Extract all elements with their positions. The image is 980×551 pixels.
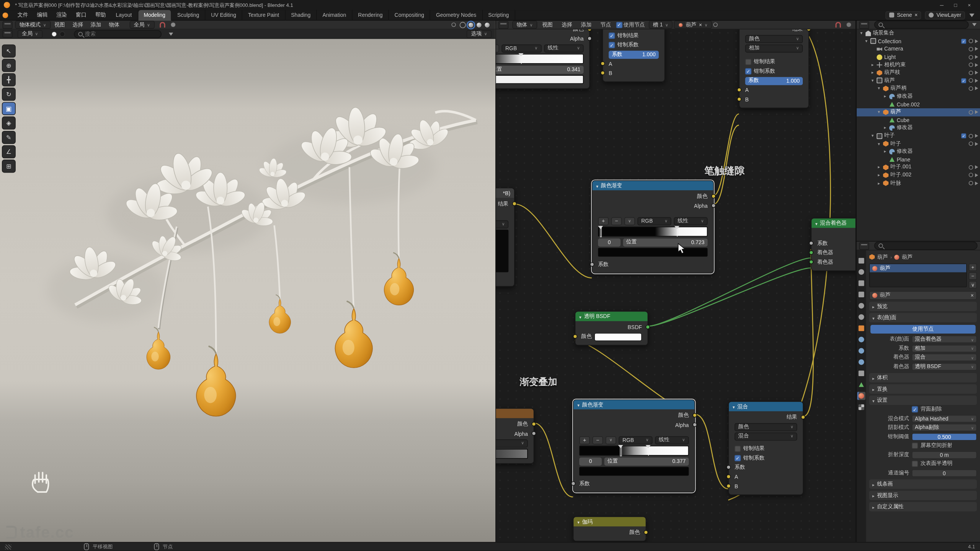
outliner-search-box[interactable]	[874, 21, 969, 29]
color-ramp-gradient[interactable]	[579, 446, 689, 456]
scene-unlink-icon[interactable]: ×	[915, 12, 918, 18]
mode-dropdown[interactable]: 物体模式	[15, 21, 51, 29]
ssr-checkbox[interactable]	[912, 443, 918, 449]
shader-1-field[interactable]: 混合	[912, 354, 977, 362]
node-partial-bottom-left[interactable]: 颜色 Alpha	[496, 408, 534, 464]
tool-search-input[interactable]	[85, 31, 157, 37]
outliner-row-cube[interactable]: Cube	[857, 116, 980, 124]
material-datablock[interactable]: 葫芦 ×	[869, 291, 977, 300]
workspace-tab-geometry-nodes[interactable]: Geometry Nodes	[430, 10, 482, 20]
tab-particles[interactable]	[857, 347, 865, 355]
tab-world[interactable]	[857, 313, 865, 321]
minimize-button[interactable]: ─	[935, 0, 949, 10]
node-mix-top[interactable]: 颜色 钳制结果 钳制系数 系数1.000 A B	[603, 21, 665, 82]
select-box-tool[interactable]: ↖	[2, 44, 16, 57]
viewport-render-gourd-painting[interactable]	[0, 39, 495, 542]
collapse-icon[interactable]	[579, 313, 581, 320]
hide-eye-icon[interactable]	[969, 142, 973, 146]
add-cube-tool[interactable]: ⊞	[2, 160, 16, 173]
menu-edit[interactable]: 编辑	[33, 10, 52, 20]
mix-blend-mode-dropdown[interactable]: 混合	[735, 432, 797, 440]
input-socket-fac[interactable]	[809, 241, 813, 245]
output-socket-alpha[interactable]	[693, 422, 697, 427]
hide-eye-icon[interactable]	[969, 110, 973, 114]
outliner-row-camera[interactable]: Camera	[857, 45, 980, 53]
ramp-stop-handle[interactable]	[601, 227, 601, 236]
ramp-stop-index-field[interactable]: 0	[579, 457, 602, 465]
blend-mode-dropdown[interactable]: Alpha Hashed	[912, 415, 977, 422]
outliner-row-gourd-stem[interactable]: ▾葫芦柄	[857, 85, 980, 93]
outliner-row-scene-collection[interactable]: ▾场景集合	[857, 29, 980, 37]
sss-checkbox[interactable]	[912, 461, 918, 467]
node-menu-select[interactable]: 选择	[558, 21, 576, 29]
shader-type-dropdown[interactable]: 物体	[512, 21, 537, 29]
node-menu-node[interactable]: 节点	[597, 21, 615, 29]
workspace-tab-shading[interactable]: Shading	[286, 10, 317, 20]
mix-blend-mode-dropdown[interactable]: 相加	[745, 44, 803, 52]
input-socket-b[interactable]	[737, 97, 741, 101]
add-slot-button[interactable]: +	[969, 264, 977, 271]
ramp-interpolation-dropdown[interactable]: 线性	[674, 217, 707, 225]
workspace-tab-texture-paint[interactable]: Texture Paint	[242, 10, 285, 20]
close-button[interactable]: ×	[962, 0, 976, 10]
disable-render-icon[interactable]	[975, 181, 978, 185]
tool-search-box[interactable]	[74, 30, 162, 38]
input-socket-shader-1[interactable]	[809, 250, 813, 254]
panel-volume[interactable]: 体积	[869, 373, 977, 383]
overlays-icon[interactable]	[846, 22, 852, 28]
hide-eye-icon[interactable]	[969, 181, 973, 185]
snap-magnet-icon[interactable]	[159, 22, 165, 28]
color-swatch-field[interactable]	[594, 333, 642, 341]
color-ramp-gradient[interactable]	[598, 227, 707, 236]
ramp-specials-button[interactable]	[624, 217, 635, 225]
panel-surface[interactable]: 表(曲)面	[869, 313, 977, 323]
tool-orientation-dropdown[interactable]: 全局	[18, 30, 42, 38]
outliner-row-leaf-002[interactable]: ▸叶子.002	[857, 171, 980, 179]
backface-culling-checkbox[interactable]	[912, 406, 918, 412]
scale-tool[interactable]: ▣	[2, 102, 16, 115]
outliner-row-leaf-001[interactable]: ▸叶子.001	[857, 163, 980, 171]
clip-threshold-slider[interactable]: 0.500	[912, 433, 977, 441]
ramp-color-mode-dropdown[interactable]: RGB	[501, 44, 541, 52]
hide-eye-icon[interactable]	[969, 63, 973, 67]
outliner-row-gourd-branch[interactable]: ▸葫芦枝	[857, 69, 980, 77]
output-socket-color[interactable]	[693, 413, 697, 417]
mix-data-type-dropdown[interactable]: 颜色	[745, 35, 803, 43]
panel-displacement[interactable]: 置换	[869, 384, 977, 394]
output-socket-bsdf[interactable]	[645, 325, 650, 329]
editor-type-icon[interactable]	[3, 21, 13, 29]
collapse-icon[interactable]	[815, 220, 818, 226]
rotate-tool[interactable]: ↻	[2, 88, 16, 101]
panel-viewport-display[interactable]: 视图显示	[869, 491, 977, 500]
clamp-result-checkbox[interactable]	[745, 59, 751, 65]
hide-eye-icon[interactable]	[969, 47, 973, 51]
disable-render-icon[interactable]	[975, 142, 978, 146]
output-socket-color[interactable]	[644, 530, 648, 535]
input-socket-a[interactable]	[727, 474, 731, 479]
rendered-shading-icon[interactable]	[484, 21, 490, 28]
workspace-tab-animation[interactable]: Animation	[317, 10, 353, 20]
outliner-row-gourd-collection[interactable]: ▾葫芦	[857, 77, 980, 85]
cursor-tool[interactable]: ⊕	[2, 59, 16, 72]
material-unlink-icon[interactable]: ×	[699, 21, 702, 28]
factor-field[interactable]: 相加	[912, 345, 977, 352]
viewport-menu-object[interactable]: 物体	[105, 21, 123, 29]
properties-editor[interactable]: 葫芦 › 葫芦 葫芦 + − ∨	[856, 241, 980, 542]
outliner-row-plane[interactable]: Plane	[857, 155, 980, 163]
add-stop-button[interactable]: +	[579, 436, 590, 444]
input-socket-fac[interactable]	[571, 481, 575, 486]
annotate-tool[interactable]: ✎	[2, 131, 16, 144]
color-ramp-gradient[interactable]	[496, 54, 584, 64]
wireframe-shading-icon[interactable]	[460, 21, 466, 28]
disable-render-icon[interactable]	[975, 173, 978, 177]
color-swatch-white[interactable]	[51, 31, 57, 37]
viewport-menu-add[interactable]: 添加	[87, 21, 105, 29]
ramp-stop-handle-active[interactable]	[621, 446, 621, 456]
tool-filter-icon[interactable]	[168, 32, 173, 35]
scene-selector[interactable]: Scene ×	[886, 11, 921, 19]
menu-window[interactable]: 窗口	[71, 10, 91, 20]
node-color-ramp-bottom[interactable]: 颜色渐变 颜色 Alpha + − RGB 线性 0 位置0.377 系数	[573, 399, 695, 493]
hide-eye-icon[interactable]	[969, 165, 973, 170]
tab-tool[interactable]	[857, 257, 865, 265]
node-color-ramp-mid[interactable]: 颜色渐变 颜色 Alpha + − RGB 线性 0 位置0.723 系数	[592, 180, 714, 274]
